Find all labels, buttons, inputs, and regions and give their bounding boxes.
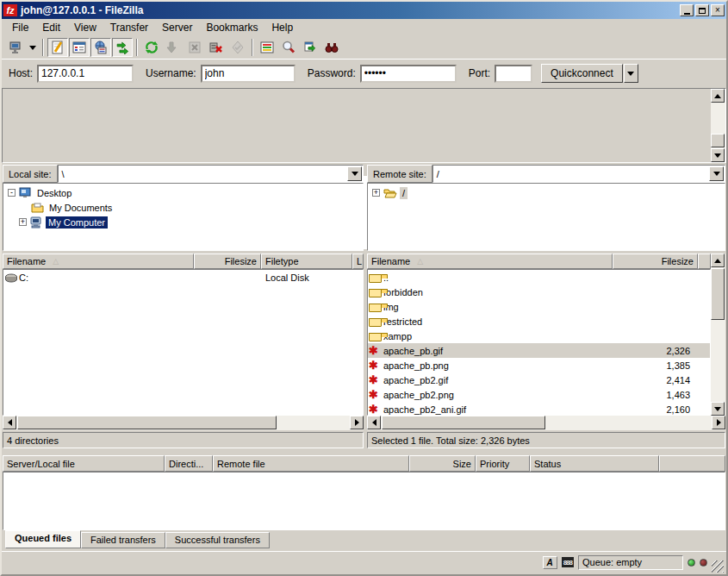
column-header-last-modified[interactable]: L	[352, 254, 364, 269]
column-header-priority[interactable]: Priority	[476, 455, 530, 472]
remote-file-row[interactable]: forbidden	[368, 285, 710, 299]
minimize-button[interactable]	[680, 4, 694, 16]
toggle-local-tree-button[interactable]	[69, 38, 90, 57]
toggle-remote-tree-button[interactable]	[90, 38, 111, 57]
scroll-left-button[interactable]	[3, 416, 16, 429]
synchronized-browsing-button[interactable]	[321, 38, 342, 57]
tab-successful-transfers[interactable]: Successful transfers	[165, 532, 270, 548]
quickconnect-dropdown-button[interactable]	[624, 64, 638, 83]
scroll-right-button[interactable]	[350, 416, 364, 429]
tree-item-root[interactable]: + /	[368, 185, 725, 200]
scroll-up-button[interactable]	[711, 89, 725, 103]
arrow-left-icon	[372, 419, 376, 426]
remote-list-hscrollbar[interactable]	[367, 416, 725, 430]
tree-item-my-computer[interactable]: + My Computer	[3, 215, 363, 229]
toggle-message-log-button[interactable]	[47, 38, 68, 57]
menu-edit[interactable]: Edit	[35, 20, 67, 35]
menu-file[interactable]: File	[5, 20, 35, 35]
disconnect-button[interactable]	[206, 38, 227, 57]
column-header-filesize[interactable]: Filesize	[613, 254, 698, 269]
reconnect-button[interactable]	[227, 38, 248, 57]
password-input[interactable]	[360, 65, 457, 83]
toggle-transfer-queue-button[interactable]	[112, 38, 133, 57]
local-file-row[interactable]: C: Local Disk	[3, 270, 363, 285]
local-site-dropdown-button[interactable]	[347, 166, 362, 181]
arrow-right-icon	[717, 419, 721, 426]
resize-grip[interactable]	[712, 560, 724, 573]
close-button[interactable]: ×	[711, 4, 725, 16]
file-size: 2,414	[612, 375, 697, 385]
local-site-combobox[interactable]: \	[58, 165, 364, 183]
scroll-up-button[interactable]	[711, 254, 725, 267]
remote-site-combobox[interactable]: /	[432, 165, 725, 183]
expand-expander[interactable]: +	[19, 218, 27, 226]
speed-limit-icon[interactable]: 888	[562, 557, 574, 567]
remote-file-row[interactable]: ✱ apache_pb.png 1,385	[368, 358, 710, 373]
tab-failed-transfers[interactable]: Failed transfers	[81, 532, 165, 548]
remote-file-row-selected[interactable]: ✱ apache_pb.gif 2,326	[368, 343, 710, 358]
tab-queued-files[interactable]: Queued files	[5, 530, 81, 548]
filter-button[interactable]	[257, 38, 277, 57]
port-input[interactable]	[495, 65, 532, 83]
site-manager-dropdown-button[interactable]	[27, 38, 39, 57]
menu-view[interactable]: View	[67, 20, 103, 35]
menu-bookmarks[interactable]: Bookmarks	[199, 20, 264, 35]
host-input[interactable]	[37, 65, 134, 83]
scrollbar-thumb[interactable]	[711, 268, 725, 320]
maximize-button[interactable]	[695, 4, 709, 16]
quickconnect-button[interactable]: Quickconnect	[541, 64, 623, 83]
remote-file-row[interactable]: restricted	[368, 314, 710, 329]
menu-transfer[interactable]: Transfer	[103, 20, 155, 35]
log-scrollbar[interactable]	[711, 89, 725, 162]
username-input[interactable]	[201, 65, 296, 83]
remote-file-row[interactable]: xampp	[368, 329, 710, 343]
remote-file-row[interactable]: ✱ apache_pb2.png 1,463	[368, 387, 710, 402]
cancel-operation-button[interactable]	[184, 38, 205, 57]
site-manager-button[interactable]	[5, 38, 26, 57]
column-header-server-local-file[interactable]: Server/Local file	[3, 455, 165, 472]
scroll-down-button[interactable]	[711, 148, 725, 162]
column-header-filetype[interactable]: Filetype	[261, 254, 352, 269]
remote-list-vscrollbar[interactable]	[711, 254, 725, 416]
column-header-size[interactable]: Size	[409, 455, 476, 472]
scroll-right-button[interactable]	[712, 416, 725, 429]
collapse-expander[interactable]: -	[8, 189, 16, 197]
column-header-filename[interactable]: Filename △	[367, 254, 613, 269]
tree-item-my-documents[interactable]: My Documents	[3, 200, 363, 215]
data-type-indicator[interactable]: A	[543, 556, 557, 569]
column-header-filename[interactable]: Filename △	[3, 254, 194, 269]
menu-help[interactable]: Help	[264, 20, 300, 35]
column-header-status[interactable]: Status	[530, 455, 659, 472]
local-list-hscrollbar[interactable]	[3, 416, 364, 430]
scrollbar-thumb[interactable]	[382, 416, 545, 429]
remote-file-row[interactable]: ..	[368, 270, 710, 285]
refresh-button[interactable]	[141, 38, 162, 57]
username-label: Username:	[146, 67, 196, 79]
title-bar[interactable]: fz john@127.0.0.1 - FileZilla ×	[2, 2, 726, 19]
find-files-button[interactable]	[278, 38, 299, 57]
toolbar-separator	[136, 39, 138, 56]
expand-expander[interactable]: +	[372, 189, 380, 197]
tree-item-label: My Documents	[47, 202, 115, 214]
process-queue-button[interactable]	[163, 38, 184, 57]
tree-item-label: My Computer	[46, 216, 108, 229]
remote-file-row[interactable]: ✱ apache_pb2.gif 2,414	[368, 373, 710, 387]
menu-server[interactable]: Server	[155, 20, 199, 35]
remote-site-dropdown-button[interactable]	[709, 166, 724, 181]
column-header-remote-file[interactable]: Remote file	[213, 455, 409, 472]
scrollbar-thumb[interactable]	[17, 416, 277, 429]
transfer-queue-list[interactable]	[3, 472, 725, 530]
remote-file-row[interactable]: ✱ apache_pb2_ani.gif 2,160	[368, 402, 710, 416]
remote-status-bar: Selected 1 file. Total size: 2,326 bytes	[367, 432, 725, 448]
remote-site-value: /	[433, 169, 709, 179]
column-header-direction[interactable]: Directi...	[165, 455, 213, 472]
queue-header: Server/Local file Directi... Remote file…	[3, 455, 725, 472]
scroll-left-button[interactable]	[367, 416, 381, 429]
remote-file-row[interactable]: img	[368, 299, 710, 314]
tree-item-desktop[interactable]: - Desktop	[3, 185, 363, 200]
directory-comparison-button[interactable]	[300, 38, 320, 57]
scroll-down-button[interactable]	[711, 402, 725, 416]
disconnect-icon	[209, 41, 223, 54]
column-header-filesize[interactable]: Filesize	[194, 254, 261, 269]
scrollbar-thumb[interactable]	[711, 134, 725, 147]
